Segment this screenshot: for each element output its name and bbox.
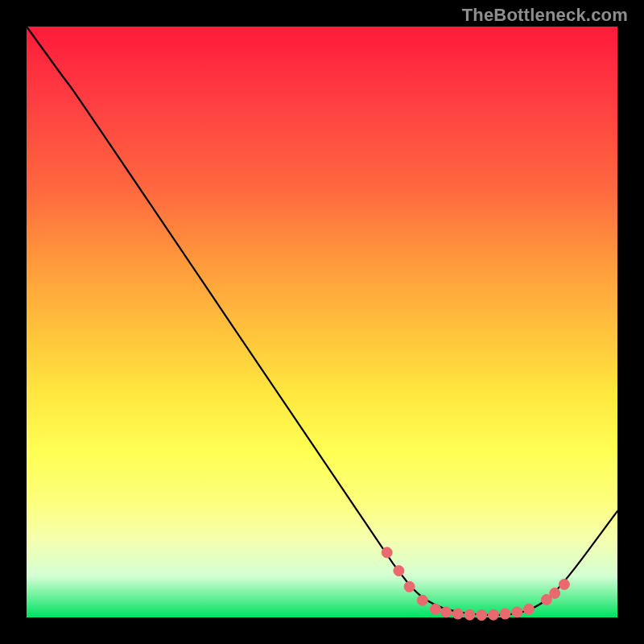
curve-marker bbox=[477, 610, 487, 621]
curve-line bbox=[27, 27, 617, 615]
curve-marker bbox=[430, 604, 440, 614]
curve-marker bbox=[394, 566, 404, 576]
curve-marker bbox=[488, 609, 498, 620]
curve-marker bbox=[464, 609, 475, 620]
curve-markers bbox=[382, 547, 569, 621]
curve-marker bbox=[559, 579, 569, 589]
curve-marker bbox=[500, 609, 510, 619]
curve-marker bbox=[441, 607, 452, 617]
curve-marker bbox=[550, 588, 560, 598]
curve-marker bbox=[523, 604, 534, 614]
attribution-watermark: TheBottleneck.com bbox=[462, 5, 628, 26]
curve-marker bbox=[404, 581, 415, 592]
curve-marker bbox=[452, 609, 463, 619]
curve-marker bbox=[512, 607, 522, 617]
curve-marker bbox=[382, 547, 392, 558]
bottleneck-curve-chart bbox=[27, 27, 617, 617]
curve-marker bbox=[417, 595, 427, 605]
